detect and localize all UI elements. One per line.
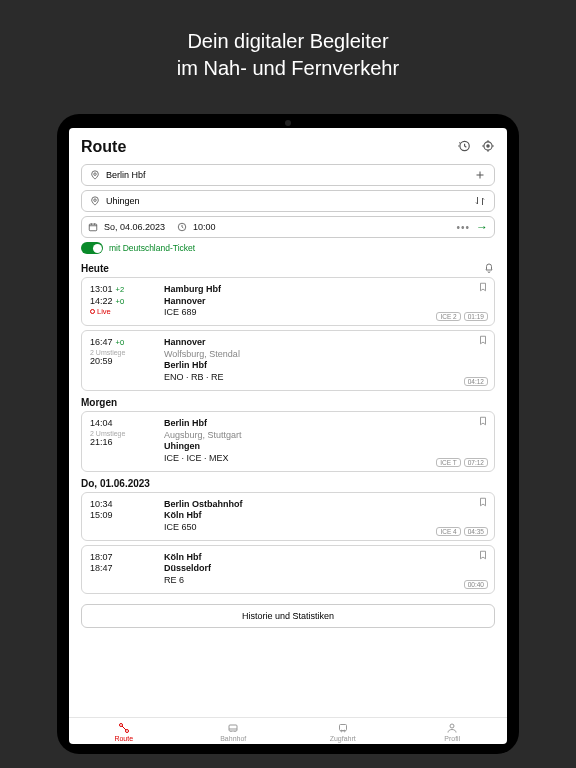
trip-badge: ICE 4 <box>436 527 460 536</box>
trip-stations: HannoverWolfsburg, StendalBerlin HbfENO … <box>164 337 486 384</box>
svg-point-13 <box>450 724 454 728</box>
bookmark-icon[interactable] <box>478 416 488 426</box>
page-title: Route <box>81 138 126 156</box>
location-icon[interactable] <box>481 139 495 155</box>
page-header: Route <box>81 138 495 156</box>
tab-label: Zugfahrt <box>330 735 356 742</box>
tab-route[interactable]: Route <box>69 722 179 742</box>
date-value: So, 04.06.2023 <box>104 222 165 232</box>
clock-icon <box>177 222 187 232</box>
to-input[interactable] <box>106 196 468 206</box>
section-title: Morgen <box>81 397 117 408</box>
from-field[interactable] <box>81 164 495 186</box>
trip-times: 18:0718:47 <box>90 552 154 587</box>
camera-dot <box>285 120 291 126</box>
trip-badge: 07:12 <box>464 458 488 467</box>
trip-times: 16:47+02 Umstiege20:59 <box>90 337 154 384</box>
deutschland-ticket-toggle[interactable] <box>81 242 103 254</box>
bookmark-icon[interactable] <box>478 282 488 292</box>
bookmark-icon[interactable] <box>478 550 488 560</box>
section-header: Heute <box>81 262 495 274</box>
section-title: Do, 01.06.2023 <box>81 478 150 489</box>
datetime-row[interactable]: So, 04.06.2023 10:00 ••• → <box>81 216 495 238</box>
history-icon[interactable] <box>457 139 471 155</box>
tablet-frame: Route So, 04.06.2023 10:00 <box>57 114 519 754</box>
svg-point-4 <box>94 199 97 202</box>
section-title: Heute <box>81 263 109 274</box>
trip-badge: 01:19 <box>464 312 488 321</box>
tab-bar: RouteBahnhofZugfahrtProfil <box>69 717 507 744</box>
trip-badge: ICE T <box>436 458 461 467</box>
trip-stations: Köln HbfDüsseldorfRE 6 <box>164 552 486 587</box>
tab-label: Profil <box>444 735 460 742</box>
tab-zugfahrt[interactable]: Zugfahrt <box>288 722 398 742</box>
history-stats-button[interactable]: Historie und Statistiken <box>81 604 495 628</box>
tab-bahnhof[interactable]: Bahnhof <box>179 722 289 742</box>
section-header: Do, 01.06.2023 <box>81 478 495 489</box>
ticket-toggle-row: mit Deutschland-Ticket <box>81 242 495 254</box>
time-value: 10:00 <box>193 222 216 232</box>
pin-icon <box>90 170 100 180</box>
search-go-button[interactable]: → <box>476 220 488 234</box>
plus-icon[interactable] <box>474 169 486 181</box>
tab-label: Route <box>114 735 133 742</box>
trip-card[interactable]: 18:0718:47Köln HbfDüsseldorfRE 600:40 <box>81 545 495 594</box>
svg-rect-9 <box>229 725 237 731</box>
trip-badge: 04:12 <box>464 377 488 386</box>
trip-card[interactable]: 14:042 Umstiege21:16Berlin HbfAugsburg, … <box>81 411 495 472</box>
app-screen: Route So, 04.06.2023 10:00 <box>69 128 507 744</box>
trip-badge: 04:35 <box>464 527 488 536</box>
trip-badge: 00:40 <box>464 580 488 589</box>
swap-icon[interactable] <box>474 195 486 207</box>
trip-times: 13:01+214:22+0Live <box>90 284 154 319</box>
svg-rect-5 <box>89 224 97 231</box>
bookmark-icon[interactable] <box>478 497 488 507</box>
svg-point-2 <box>487 145 489 147</box>
to-field[interactable] <box>81 190 495 212</box>
svg-point-3 <box>94 173 97 176</box>
bookmark-icon[interactable] <box>478 335 488 345</box>
promo-title: Dein digitaler Begleiter im Nah- und Fer… <box>0 0 576 104</box>
trip-badge: ICE 2 <box>436 312 460 321</box>
more-icon[interactable]: ••• <box>456 222 470 233</box>
bell-icon[interactable] <box>483 262 495 274</box>
trip-card[interactable]: 10:3415:09Berlin OstbahnhofKöln HbfICE 6… <box>81 492 495 541</box>
ticket-label: mit Deutschland-Ticket <box>109 243 195 253</box>
trip-card[interactable]: 16:47+02 Umstiege20:59HannoverWolfsburg,… <box>81 330 495 391</box>
tab-label: Bahnhof <box>220 735 246 742</box>
tab-profil[interactable]: Profil <box>398 722 508 742</box>
trip-card[interactable]: 13:01+214:22+0LiveHamburg HbfHannoverICE… <box>81 277 495 326</box>
pin-icon <box>90 196 100 206</box>
calendar-icon <box>88 222 98 232</box>
trip-times: 10:3415:09 <box>90 499 154 534</box>
from-input[interactable] <box>106 170 468 180</box>
section-header: Morgen <box>81 397 495 408</box>
svg-rect-10 <box>339 725 346 731</box>
trip-times: 14:042 Umstiege21:16 <box>90 418 154 465</box>
